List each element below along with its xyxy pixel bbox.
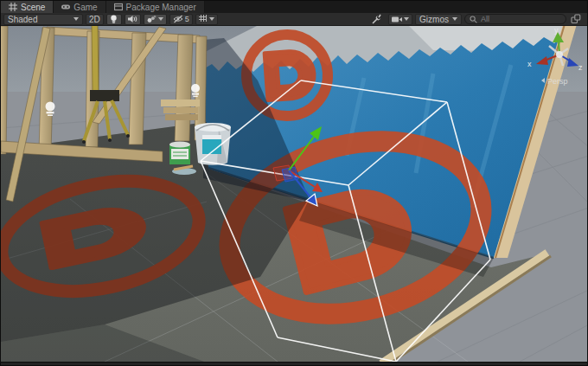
effects-toggle-button[interactable] [144, 14, 167, 25]
gamepad-icon [61, 3, 70, 11]
audio-toggle-button[interactable] [125, 14, 141, 25]
tools-wrench-icon[interactable] [372, 14, 382, 24]
paint-bucket[interactable] [195, 123, 231, 165]
2d-toggle-label: 2D [89, 15, 100, 24]
effects-icon [147, 15, 157, 23]
gizmos-dropdown[interactable]: Gizmos [415, 14, 462, 25]
lumber-stack[interactable] [161, 100, 200, 120]
lightbulb-icon [110, 15, 118, 24]
search-input[interactable] [481, 15, 561, 23]
tab-game-label: Game [74, 3, 97, 12]
shading-mode-label: Shaded [8, 15, 70, 24]
axis-z-label: z [578, 63, 583, 72]
paint-can[interactable] [169, 141, 190, 164]
search-icon [470, 16, 477, 23]
scene-viewport[interactable]: y x z Persp [1, 26, 588, 362]
projection-label[interactable]: Persp [547, 77, 568, 86]
eye-slash-icon [173, 15, 183, 23]
grid-visibility-button[interactable] [195, 14, 218, 25]
axis-y-label: y [554, 26, 559, 35]
unity-editor-window: Scene Game Package Manager Shaded 2D [0, 0, 588, 366]
window-bottom-border [1, 362, 587, 366]
scene-search-field[interactable] [464, 14, 566, 24]
scene-visibility-button[interactable]: 5 [169, 14, 193, 25]
gizmos-label: Gizmos [419, 15, 449, 24]
tab-game[interactable]: Game [54, 1, 105, 13]
2d-toggle-button[interactable]: 2D [86, 14, 104, 25]
tab-package-manager-label: Package Manager [126, 3, 196, 12]
camera-dropdown-chevron-icon[interactable] [404, 17, 409, 21]
axis-x-label: x [527, 60, 532, 68]
tab-bar: Scene Game Package Manager [1, 1, 587, 13]
hidden-object-count: 5 [185, 15, 189, 23]
lighting-toggle-button[interactable] [106, 14, 122, 25]
effects-dropdown-chevron-icon[interactable] [158, 17, 163, 21]
overlay-squares-icon[interactable] [571, 14, 581, 24]
tab-scene-label: Scene [21, 3, 45, 12]
camera-settings-button[interactable] [388, 14, 412, 25]
shading-mode-dropdown[interactable]: Shaded [3, 14, 83, 25]
scene-toolbar: Shaded 2D [1, 13, 587, 26]
camera-icon [392, 16, 402, 23]
gizmos-chevron-icon [452, 17, 457, 21]
tab-package-manager[interactable]: Package Manager [106, 1, 205, 13]
speaker-icon [128, 15, 137, 23]
package-icon [114, 3, 123, 11]
grid-xy-icon [199, 15, 208, 23]
chevron-down-icon [74, 17, 79, 21]
scene-grid-icon [9, 3, 17, 11]
tab-scene[interactable]: Scene [1, 1, 54, 13]
grid-dropdown-chevron-icon[interactable] [209, 17, 214, 21]
